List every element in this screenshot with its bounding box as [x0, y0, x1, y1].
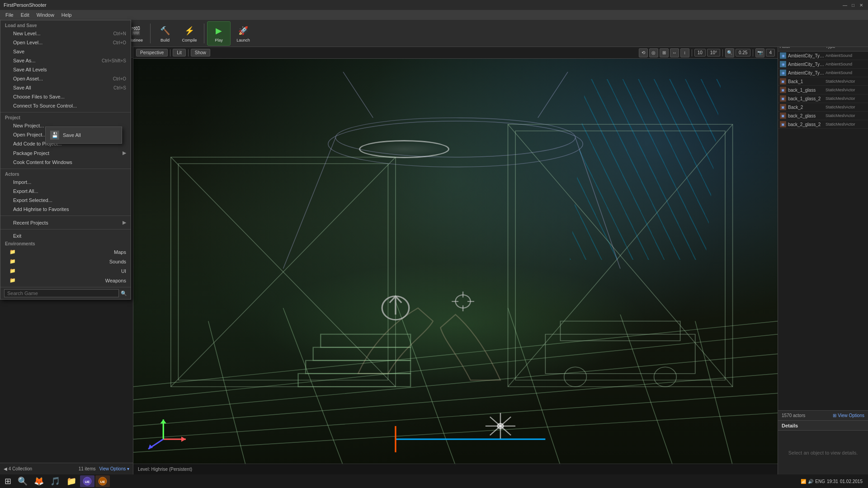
- vp-separator: [722, 49, 723, 56]
- toolbar-build-button[interactable]: 🔨 Build: [153, 21, 177, 46]
- menu-recent-projects[interactable]: Recent Projects ▶: [0, 218, 131, 227]
- menu-cook-content[interactable]: Cook Content for Windows: [0, 158, 131, 167]
- menu-new-level[interactable]: New Level... Ctrl+N: [0, 29, 131, 38]
- actors-section: Actors Import... Export All... Export Se…: [0, 169, 131, 216]
- folder-weapons[interactable]: 📁Weapons: [0, 276, 131, 285]
- menu-save-as[interactable]: Save As... Ctrl+Shift+S: [0, 56, 131, 65]
- vp-icon-btn[interactable]: ↕: [680, 48, 689, 57]
- toolbar-play-button[interactable]: ▶ Play: [207, 21, 231, 46]
- vp-icon-btn[interactable]: ↔: [670, 48, 679, 57]
- menu-add-favorites[interactable]: Add Highrise to Favorites: [0, 205, 131, 214]
- taskbar: ⊞ 🔍 🦊 🎵 📁 UE UE 📶 🔊 ENG 19:31 01.02.2015: [0, 474, 868, 488]
- menu-save-all-levels[interactable]: Save All Levels: [0, 65, 131, 74]
- app-title: FirstPersonShooter: [4, 2, 47, 8]
- svg-line-10: [620, 314, 673, 465]
- svg-point-52: [654, 367, 677, 387]
- svg-line-23: [576, 137, 620, 268]
- vp-icon-btn[interactable]: ⟲: [639, 48, 648, 57]
- outliner-item[interactable]: ▣ back_2_glass StaticMeshActor: [778, 112, 868, 120]
- taskbar-explorer-button[interactable]: 📁: [64, 475, 79, 487]
- folder-sounds[interactable]: 📁Sounds: [0, 257, 131, 266]
- toolbar-compile-button[interactable]: ⚡ Compile: [178, 21, 201, 46]
- minimize-button[interactable]: —: [842, 2, 848, 8]
- menu-import[interactable]: Import...: [0, 178, 131, 187]
- collection-label: ◀ 4 Collection: [4, 466, 32, 471]
- svg-point-51: [564, 367, 587, 387]
- outliner-item[interactable]: ◉ AmbientCity_TypeC_Stereo AmbientSound: [778, 52, 868, 60]
- build-icon: 🔨: [159, 24, 171, 37]
- file-dropdown-menu: Load and Save New Level... Ctrl+N Open L…: [0, 20, 131, 300]
- outliner-item[interactable]: ▣ Back_1 StaticMeshActor: [778, 77, 868, 86]
- view-options-button[interactable]: ⊞ View Options: [833, 413, 864, 418]
- menu-export-all[interactable]: Export All...: [0, 187, 131, 196]
- systray-network: 📶: [801, 479, 806, 484]
- vp-icon-btn[interactable]: ⊞: [660, 48, 669, 57]
- menu-edit[interactable]: Edit: [17, 10, 33, 20]
- menu-choose-files[interactable]: Choose Files to Save...: [0, 92, 131, 101]
- svg-point-46: [497, 423, 503, 429]
- save-all-label: Save All: [63, 132, 81, 138]
- taskbar-ue4-button[interactable]: UE: [80, 475, 94, 487]
- outliner-item[interactable]: ◉ AmbientCity_TypeC_Stereo_2 AmbientSoun…: [778, 60, 868, 69]
- vp-num-1: 10: [694, 49, 706, 56]
- menu-window[interactable]: Window: [33, 10, 58, 20]
- taskbar-cortana-button[interactable]: 🔍: [15, 475, 30, 487]
- actor-icon: ▣: [780, 78, 786, 84]
- close-button[interactable]: ✕: [858, 2, 864, 8]
- wireframe-svg: [133, 59, 778, 465]
- view-options-button[interactable]: View Options ▾: [99, 466, 129, 471]
- folder-maps[interactable]: 📁Maps: [0, 247, 131, 257]
- menu-source-control[interactable]: Connect To Source Control...: [0, 101, 131, 110]
- actor-icon: ▣: [780, 87, 786, 93]
- outliner-item[interactable]: ◉ AmbientCity_TypeD_Stereo_Cue AmbientSo…: [778, 69, 868, 77]
- vp-camera-icon[interactable]: 📷: [755, 48, 764, 57]
- systray-time: 19:31: [827, 479, 838, 484]
- menu-file[interactable]: File: [2, 10, 17, 20]
- taskbar-music-button[interactable]: 🎵: [47, 475, 63, 487]
- svg-line-25: [538, 72, 568, 118]
- actors-label: Actors: [0, 171, 131, 178]
- actor-icon: ▣: [780, 95, 786, 102]
- vp-perspective-button[interactable]: Perspective: [136, 49, 168, 56]
- actor-icon: ◉: [780, 52, 786, 59]
- save-all-icon: 💾: [50, 131, 59, 140]
- project-label: Project: [0, 114, 131, 121]
- menu-save[interactable]: Save: [0, 47, 131, 56]
- toolbar-launch-button[interactable]: 🚀 Launch: [231, 21, 255, 46]
- menu-export-selected[interactable]: Export Selected...: [0, 196, 131, 205]
- menu-open-asset[interactable]: Open Asset... Ctrl+O: [0, 74, 131, 83]
- taskbar-ue4-2-button[interactable]: UE: [95, 475, 110, 487]
- folder-ui[interactable]: 📁UI: [0, 266, 131, 276]
- menu-exit[interactable]: Exit: [0, 231, 131, 240]
- vp-icon-btn[interactable]: ◎: [649, 48, 658, 57]
- outliner-item[interactable]: ▣ Back_2 StaticMeshActor: [778, 103, 868, 112]
- svg-line-8: [396, 301, 456, 465]
- menu-open-level[interactable]: Open Level... Ctrl+O: [0, 38, 131, 47]
- svg-marker-37: [181, 436, 186, 442]
- menu-help[interactable]: Help: [58, 10, 75, 20]
- vp-lit-button[interactable]: Lit: [173, 49, 186, 56]
- svg-rect-27: [313, 347, 410, 361]
- maximize-button[interactable]: □: [850, 2, 856, 8]
- details-content: Select an object to view details.: [778, 431, 868, 474]
- menu-package-project[interactable]: Package Project ▶: [0, 148, 131, 158]
- vp-show-button[interactable]: Show: [191, 49, 210, 56]
- search-game-input[interactable]: [4, 289, 119, 297]
- scene-3d[interactable]: [133, 59, 778, 465]
- scene-bottom-bar: Level: Highrise (Persistent): [133, 464, 778, 474]
- recent-projects-section: Recent Projects ▶: [0, 216, 131, 230]
- svg-line-1: [133, 334, 778, 400]
- load-save-section: Load and Save New Level... Ctrl+N Open L…: [0, 20, 131, 113]
- scene-image: [133, 59, 778, 465]
- outliner-item[interactable]: ▣ back_1_glass_2 StaticMeshActor: [778, 94, 868, 103]
- vp-num-2: 10°: [707, 49, 720, 56]
- menu-save-all[interactable]: Save All Ctrl+S: [0, 83, 131, 92]
- search-icon: 🔍: [121, 291, 127, 296]
- outliner-item[interactable]: ▣ back_2_glass_2 StaticMeshActor: [778, 120, 868, 129]
- outliner-item[interactable]: ▣ back_1_glass StaticMeshActor: [778, 86, 868, 94]
- taskbar-start-button[interactable]: ⊞: [2, 475, 14, 487]
- compile-icon: ⚡: [183, 24, 196, 37]
- vp-icon-btn[interactable]: 🔍: [725, 48, 734, 57]
- actor-icon: ▣: [780, 121, 786, 127]
- taskbar-firefox-button[interactable]: 🦊: [31, 475, 47, 487]
